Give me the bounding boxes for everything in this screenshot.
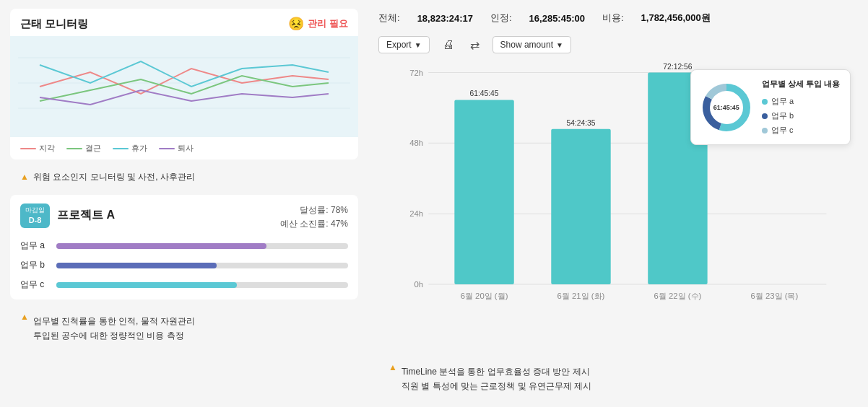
approved-value: 16,285:45:00 <box>529 13 585 24</box>
bar-fill-a <box>56 243 266 249</box>
project-alert-2: 투입된 공수에 대한 정량적인 비용 측정 <box>33 330 195 342</box>
right-alert-texts: TimeLine 분석을 통한 업무효율성 증대 방안 제시 직원 별 특성에 … <box>402 362 591 393</box>
donut-legend: 업무별 상세 투입 내용 업무 a 업무 b 업무 c <box>762 79 840 136</box>
donut-tooltip: 61:45:45 업무별 상세 투입 내용 업무 a 업무 b 업무 c <box>690 69 851 145</box>
donut-container: 61:45:45 <box>701 82 752 133</box>
export-chevron-icon: ▼ <box>415 41 422 49</box>
bar-container-b <box>56 260 348 271</box>
donut-label-c: 업무 c <box>771 125 794 136</box>
project-alert-row: ▲ 업무별 진척률을 통한 인적, 물적 자원관리 투입된 공수에 대한 정량적… <box>10 305 358 348</box>
show-amount-button[interactable]: Show amount ▼ <box>492 36 571 53</box>
attendance-alert-text: 위험 요소인지 모니터링 및 사전, 사후관리 <box>33 171 195 183</box>
donut-label-a: 업무 a <box>771 96 794 107</box>
cost-value: 1,782,456,000원 <box>641 12 711 25</box>
svg-text:61:45:45: 61:45:45 <box>469 89 498 97</box>
donut-dot-b <box>762 113 768 119</box>
cost-label: 비용: <box>602 12 624 25</box>
bar-chart-area: 72h 48h 24h 0h 61:45:45 6월 20일 (월) 54:24… <box>378 62 858 353</box>
attendance-card-header: 근태 모니터링 😣 관리 필요 <box>10 9 358 36</box>
svg-rect-11 <box>454 100 513 285</box>
project-card: 마감일 D-8 프로젝트 A 달성률: 78% 예산 소진률: 47% 업무 a <box>10 195 358 299</box>
attendance-card: 근태 모니터링 😣 관리 필요 <box>10 9 358 159</box>
svg-text:24h: 24h <box>409 209 423 218</box>
right-panel: 전체: 18,823:24:17 인정: 16,285:45:00 비용: 1,… <box>368 0 868 407</box>
legend-label-gyeolgeun: 결근 <box>85 143 101 154</box>
bar-container-a <box>56 240 348 252</box>
triangle-icon-1: ▲ <box>20 172 29 182</box>
export-label: Export <box>386 40 412 50</box>
show-amount-label: Show amount <box>500 40 553 50</box>
right-alert-row: ▲ TimeLine 분석을 통한 업무효율성 증대 방안 제시 직원 별 특성… <box>378 356 858 398</box>
legend-line-jigak <box>20 148 36 149</box>
alert-label: 관리 필요 <box>308 17 348 30</box>
svg-text:6월 23일 (목): 6월 23일 (목) <box>750 292 798 300</box>
donut-dot-c <box>762 128 768 134</box>
share-icon: ⇄ <box>470 39 479 51</box>
legend-line-gyeolgeun <box>66 148 82 149</box>
project-stats: 달성률: 78% 예산 소진률: 47% <box>280 204 348 231</box>
project-header: 마감일 D-8 프로젝트 A 달성률: 78% 예산 소진률: 47% <box>20 204 348 231</box>
print-icon: 🖨 <box>443 38 454 51</box>
achievement-label: 달성률: 78% <box>280 204 348 217</box>
deadline-label: 마감일 <box>25 206 45 215</box>
donut-label-b: 업무 b <box>771 110 794 121</box>
donut-title: 업무별 상세 투입 내용 <box>762 79 840 89</box>
approved-label: 인정: <box>490 12 512 25</box>
right-alert-1: TimeLine 분석을 통한 업무효율성 증대 방안 제시 <box>402 366 591 378</box>
svg-text:48h: 48h <box>409 139 423 147</box>
task-row-c: 업무 c <box>20 279 348 291</box>
legend-line-toesa <box>159 148 175 149</box>
line-chart-svg <box>17 43 351 123</box>
bar-fill-c <box>56 282 237 288</box>
toolbar-row: Export ▼ 🖨 ⇄ Show amount ▼ <box>378 33 858 59</box>
alert-badge: 😣 관리 필요 <box>288 16 348 32</box>
right-alert-2: 직원 별 특성에 맞는 근로정책 및 유연근무제 제시 <box>402 380 591 393</box>
show-amount-chevron-icon: ▼ <box>556 41 563 49</box>
chart-legend: 지각 결근 휴가 퇴사 <box>10 137 358 159</box>
deadline-value: D-8 <box>25 215 45 225</box>
svg-text:72h: 72h <box>409 69 423 77</box>
summary-row: 전체: 18,823:24:17 인정: 16,285:45:00 비용: 1,… <box>378 9 858 30</box>
donut-legend-a: 업무 a <box>762 96 840 107</box>
export-button[interactable]: Export ▼ <box>378 36 430 53</box>
triangle-icon-right: ▲ <box>389 362 397 372</box>
bar-container-c <box>56 279 348 291</box>
legend-toesa: 퇴사 <box>159 143 194 154</box>
task-label-c: 업무 c <box>20 279 49 291</box>
legend-label-hyuga: 휴가 <box>131 143 147 154</box>
bar-fill-b <box>56 263 217 268</box>
total-value: 18,823:24:17 <box>417 13 473 24</box>
donut-legend-c: 업무 c <box>762 125 840 136</box>
project-badge-title: 마감일 D-8 프로젝트 A <box>20 204 115 228</box>
left-panel: 근태 모니터링 😣 관리 필요 <box>0 0 368 407</box>
alert-face-icon: 😣 <box>288 16 304 32</box>
print-button[interactable]: 🖨 <box>440 37 457 53</box>
total-label: 전체: <box>378 12 400 25</box>
svg-rect-14 <box>551 129 610 284</box>
svg-text:6월 21일 (화): 6월 21일 (화) <box>557 292 605 300</box>
task-row-a: 업무 a <box>20 240 348 252</box>
legend-line-hyuga <box>113 148 129 149</box>
line-chart-area <box>10 36 358 137</box>
attendance-title: 근태 모니터링 <box>20 17 88 31</box>
task-bars: 업무 a 업무 b 업무 c <box>20 240 348 291</box>
legend-hyuga: 휴가 <box>113 143 147 154</box>
svg-text:6월 22일 (수): 6월 22일 (수) <box>654 292 702 300</box>
svg-text:0h: 0h <box>414 280 423 289</box>
budget-label: 예산 소진률: 47% <box>280 217 348 231</box>
donut-center-label: 61:45:45 <box>713 104 739 111</box>
project-alert-1: 업무별 진척률을 통한 인적, 물적 자원관리 <box>33 315 195 328</box>
svg-text:54:24:35: 54:24:35 <box>566 119 595 127</box>
project-alert-texts: 업무별 진척률을 통한 인적, 물적 자원관리 투입된 공수에 대한 정량적인 … <box>33 311 195 342</box>
task-label-a: 업무 a <box>20 240 49 252</box>
attendance-alert-row: ▲ 위험 요소인지 모니터링 및 사전, 사후관리 <box>10 165 358 189</box>
legend-label-toesa: 퇴사 <box>178 143 194 154</box>
donut-dot-a <box>762 99 768 105</box>
share-button[interactable]: ⇄ <box>467 37 482 53</box>
legend-jigak: 지각 <box>20 143 55 154</box>
legend-gyeolgeun: 결근 <box>66 143 101 154</box>
triangle-icon-2: ▲ <box>20 312 29 322</box>
task-label-b: 업무 b <box>20 259 49 271</box>
task-row-b: 업무 b <box>20 259 348 271</box>
legend-label-jigak: 지각 <box>39 143 55 154</box>
